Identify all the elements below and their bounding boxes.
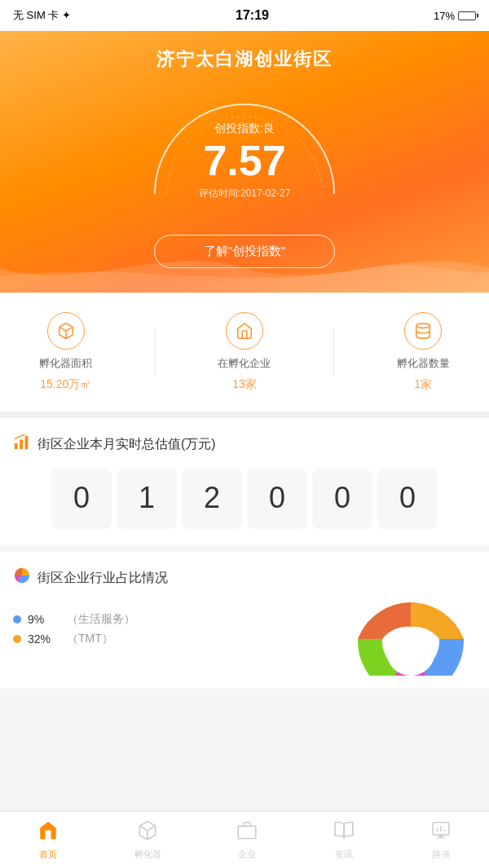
gauge-container: 创投指数:良 7.57 评估时间:2017-02-27 bbox=[139, 88, 350, 218]
nav-news[interactable]: 资讯 bbox=[325, 815, 363, 866]
svg-point-3 bbox=[416, 324, 430, 328]
nav-news-label: 资讯 bbox=[335, 848, 353, 861]
legend-item-1: 32% （TMT） bbox=[13, 632, 135, 646]
home-icon bbox=[226, 312, 263, 350]
stat-count-value: 1家 bbox=[414, 377, 432, 392]
digit-1: 1 bbox=[117, 469, 176, 527]
nav-home-icon bbox=[37, 820, 59, 846]
industry-header: 街区企业行业占比情况 bbox=[13, 566, 476, 589]
digit-5: 0 bbox=[378, 469, 437, 527]
legend-dot-1 bbox=[13, 635, 21, 643]
industry-section: 街区企业行业占比情况 9% （生活服务） 32% （TMT） bbox=[0, 552, 489, 689]
nav-home-label: 首页 bbox=[39, 848, 57, 861]
legend-percent-1: 32% bbox=[28, 632, 60, 645]
stat-area-label: 孵化器面积 bbox=[39, 356, 92, 371]
valuation-header: 街区企业本月实时总估值(万元) bbox=[13, 433, 476, 456]
digit-4: 0 bbox=[313, 469, 372, 527]
hero-section: 济宁太白湖创业街区 创投指数:良 7.57 评估时间:2017-02-27 bbox=[0, 31, 489, 293]
stat-company: 在孵化企业 13家 bbox=[218, 312, 271, 392]
status-left: 无 SIM 卡 ✦ bbox=[13, 8, 71, 23]
legend-dot-0 bbox=[13, 615, 21, 623]
legend-name-0: （生活服务） bbox=[67, 612, 135, 627]
nav-incubator[interactable]: 孵化器 bbox=[126, 815, 170, 866]
divider-1 bbox=[155, 328, 156, 377]
database-icon bbox=[404, 312, 442, 350]
svg-rect-4 bbox=[15, 443, 18, 449]
digits-row: 0 1 2 0 0 0 bbox=[13, 469, 476, 527]
sim-status: 无 SIM 卡 ✦ bbox=[13, 8, 71, 23]
nav-news-icon bbox=[333, 820, 355, 846]
nav-roadshow-icon bbox=[430, 820, 452, 846]
svg-rect-5 bbox=[20, 439, 23, 449]
nav-enterprise-icon bbox=[236, 820, 258, 846]
hero-title: 济宁太白湖创业街区 bbox=[16, 47, 473, 72]
battery-percent: 17% bbox=[434, 10, 455, 22]
gauge-date: 评估时间:2017-02-27 bbox=[199, 187, 291, 200]
svg-point-7 bbox=[386, 627, 435, 676]
digit-3: 0 bbox=[248, 469, 306, 527]
digit-2: 2 bbox=[183, 469, 241, 527]
industry-title: 街区企业行业占比情况 bbox=[37, 570, 168, 587]
nav-roadshow-label: 路演 bbox=[432, 848, 450, 861]
stat-count: 孵化器数量 1家 bbox=[397, 312, 450, 392]
battery-icon bbox=[458, 11, 476, 20]
know-index-button[interactable]: 了解"创投指数" bbox=[154, 235, 336, 268]
divider-2 bbox=[333, 328, 334, 377]
nav-home[interactable]: 首页 bbox=[29, 815, 67, 866]
status-time: 17:19 bbox=[236, 8, 269, 23]
stat-count-label: 孵化器数量 bbox=[397, 356, 450, 371]
pie-chart-icon bbox=[13, 566, 31, 589]
industry-legend: 9% （生活服务） 32% （TMT） bbox=[13, 612, 135, 646]
valuation-title: 街区企业本月实时总估值(万元) bbox=[37, 436, 216, 453]
svg-rect-6 bbox=[25, 436, 29, 450]
digit-0: 0 bbox=[52, 469, 111, 527]
stat-company-value: 13家 bbox=[232, 377, 257, 392]
donut-svg bbox=[346, 594, 476, 676]
stat-company-label: 在孵化企业 bbox=[218, 356, 271, 371]
gauge-content: 创投指数:良 7.57 评估时间:2017-02-27 bbox=[199, 121, 291, 200]
donut-chart bbox=[346, 594, 476, 676]
industry-content: 9% （生活服务） 32% （TMT） bbox=[13, 602, 476, 676]
svg-rect-9 bbox=[239, 826, 257, 838]
nav-incubator-label: 孵化器 bbox=[134, 848, 161, 861]
nav-enterprise[interactable]: 企业 bbox=[228, 815, 266, 866]
legend-item-0: 9% （生活服务） bbox=[13, 612, 135, 627]
gauge-value: 7.57 bbox=[199, 139, 291, 182]
stat-area: 孵化器面积 15.20万㎡ bbox=[39, 312, 92, 392]
gauge-label: 创投指数:良 bbox=[199, 121, 291, 136]
nav-roadshow[interactable]: 路演 bbox=[422, 815, 460, 866]
status-bar: 无 SIM 卡 ✦ 17:19 17% bbox=[0, 0, 489, 31]
stat-area-value: 15.20万㎡ bbox=[40, 377, 91, 392]
nav-enterprise-label: 企业 bbox=[238, 848, 256, 861]
status-right: 17% bbox=[434, 10, 476, 22]
chart-bar-icon bbox=[13, 433, 31, 456]
stats-row: 孵化器面积 15.20万㎡ 在孵化企业 13家 bbox=[0, 293, 489, 418]
box-icon bbox=[47, 312, 85, 350]
bottom-nav: 首页 孵化器 企业 bbox=[0, 811, 489, 868]
legend-percent-0: 9% bbox=[28, 613, 60, 626]
nav-incubator-icon bbox=[137, 820, 158, 846]
valuation-section: 街区企业本月实时总估值(万元) 0 1 2 0 0 0 bbox=[0, 418, 489, 545]
legend-name-1: （TMT） bbox=[67, 632, 113, 646]
